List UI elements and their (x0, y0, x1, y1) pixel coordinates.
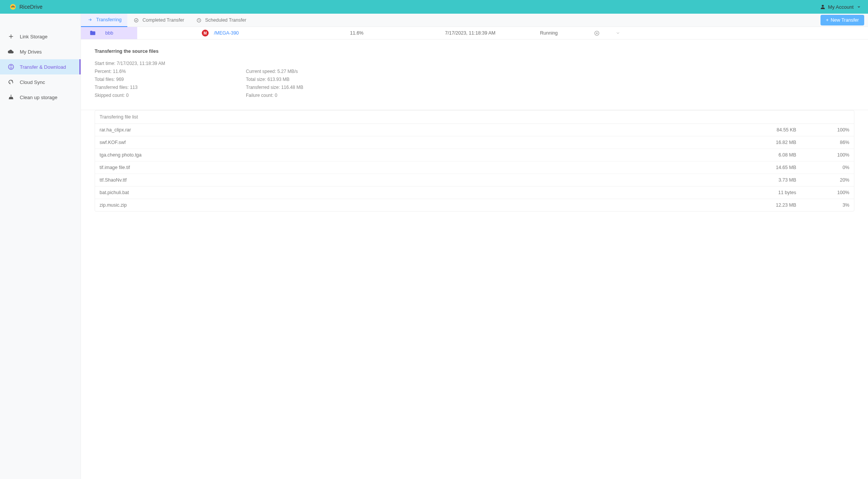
file-size: 12.23 MB (728, 202, 796, 208)
sidebar: Link Storage My Drives Transfer & Downlo… (0, 14, 81, 479)
file-size: 11 bytes (728, 190, 796, 195)
sidebar-item-label: My Drives (20, 49, 42, 55)
tab-label: Scheduled Transfer (205, 17, 246, 23)
file-row: zip.music.zip12.23 MB3% (95, 199, 854, 211)
clock-icon (196, 17, 203, 24)
detail-percent: Percent: 11.6% (95, 69, 246, 74)
file-percent: 86% (796, 140, 849, 145)
brand: RiceDrive (10, 3, 43, 10)
arrow-right-icon (87, 16, 93, 23)
brand-label: RiceDrive (19, 4, 43, 10)
detail-failure: Failure count: 0 (246, 93, 854, 98)
sidebar-item-label: Cloud Sync (20, 79, 45, 85)
button-label: New Transfer (831, 17, 859, 23)
main-panel: Transferring Completed Transfer Schedule… (81, 14, 868, 479)
detail-start-time: Start time: 7/17/2023, 11:18:39 AM (95, 61, 854, 66)
sidebar-item-cleanup[interactable]: Clean up storage (0, 90, 81, 105)
file-name: rar.ha_clipx.rar (100, 127, 728, 133)
job-actions (589, 30, 868, 36)
detail-transferred-size: Transferred size: 116.48 MB (246, 85, 854, 90)
details-title: Transferring the source files (95, 49, 854, 54)
detail-speed: Current speed: 5.27 MB/s (246, 69, 854, 74)
sidebar-item-label: Clean up storage (20, 95, 57, 100)
tab-scheduled[interactable]: Scheduled Transfer (190, 14, 252, 27)
mega-icon: M (202, 30, 209, 36)
account-menu[interactable]: My Account (819, 3, 862, 10)
job-status: Running (540, 30, 589, 36)
file-name: bat.pichuli.bat (100, 190, 728, 195)
file-row: bat.pichuli.bat11 bytes100% (95, 187, 854, 199)
job-percent: 11.6% (350, 30, 445, 36)
account-label: My Account (828, 4, 854, 10)
file-name: swf.KOF.swf (100, 140, 728, 145)
job-details: Transferring the source files Start time… (81, 40, 868, 110)
folder-icon (89, 30, 96, 36)
file-row: tif.image file.tif14.65 MB0% (95, 161, 854, 174)
svg-point-1 (12, 6, 14, 8)
broom-icon (8, 94, 14, 101)
chevron-down-icon (855, 3, 862, 10)
cancel-icon[interactable] (593, 30, 600, 36)
svg-point-3 (8, 64, 14, 70)
check-circle-icon (133, 17, 140, 24)
sidebar-item-label: Transfer & Download (20, 64, 66, 70)
file-size: 84.55 KB (728, 127, 796, 133)
svg-point-2 (822, 5, 824, 7)
file-percent: 0% (796, 165, 849, 170)
app-header: RiceDrive My Account (0, 0, 868, 14)
sidebar-item-my-drives[interactable]: My Drives (0, 44, 81, 59)
sidebar-item-cloud-sync[interactable]: Cloud Sync (0, 74, 81, 90)
job-dest: M /MEGA-390 (137, 30, 350, 36)
job-source: bbb (81, 27, 137, 39)
file-size: 16.82 MB (728, 140, 796, 145)
file-percent: 100% (796, 127, 849, 133)
file-percent: 3% (796, 202, 849, 208)
chevron-down-icon[interactable] (615, 30, 621, 36)
detail-total-files: Total files: 969 (95, 77, 246, 82)
file-row: rar.ha_clipx.rar84.55 KB100% (95, 124, 854, 136)
file-percent: 100% (796, 190, 849, 195)
file-size: 6.08 MB (728, 152, 796, 158)
tabbar: Transferring Completed Transfer Schedule… (81, 14, 868, 27)
sidebar-item-label: Link Storage (20, 34, 48, 40)
tab-label: Completed Transfer (143, 17, 184, 23)
user-icon (819, 3, 826, 10)
file-row: swf.KOF.swf16.82 MB86% (95, 136, 854, 149)
dest-path[interactable]: /MEGA-390 (214, 30, 239, 36)
detail-skipped: Skipped count: 0 (95, 93, 246, 98)
tab-completed[interactable]: Completed Transfer (127, 14, 190, 27)
file-size: 14.65 MB (728, 165, 796, 170)
job-time: 7/17/2023, 11:18:39 AM (445, 30, 540, 36)
tab-label: Transferring (96, 17, 122, 22)
sidebar-item-transfer-download[interactable]: Transfer & Download (0, 59, 81, 74)
file-name: ttf.ShaoNv.ttf (100, 177, 728, 183)
cloud-icon (8, 48, 14, 55)
file-list-header: Transfering file list (95, 111, 854, 124)
file-percent: 100% (796, 152, 849, 158)
file-size: 3.73 MB (728, 177, 796, 183)
detail-total-size: Total size: 613.93 MB (246, 77, 854, 82)
new-transfer-button[interactable]: + New Transfer (820, 15, 864, 25)
sidebar-item-link-storage[interactable]: Link Storage (0, 29, 81, 44)
file-row: tga.cheng photo.tga6.08 MB100% (95, 149, 854, 161)
file-list: Transfering file list rar.ha_clipx.rar84… (95, 110, 854, 212)
detail-transferred-files: Transferred files: 113 (95, 85, 246, 90)
plus-icon (8, 33, 14, 40)
file-percent: 20% (796, 177, 849, 183)
file-name: tga.cheng photo.tga (100, 152, 728, 158)
sync-icon (8, 79, 14, 85)
logo-icon (10, 3, 16, 10)
source-name: bbb (105, 30, 113, 36)
transfer-job-row[interactable]: bbb M /MEGA-390 11.6% 7/17/2023, 11:18:3… (81, 27, 868, 40)
file-row: ttf.ShaoNv.ttf3.73 MB20% (95, 174, 854, 187)
tab-transferring[interactable]: Transferring (81, 14, 127, 27)
file-name: tif.image file.tif (100, 165, 728, 170)
file-name: zip.music.zip (100, 202, 728, 208)
transfer-icon (8, 63, 14, 70)
plus-icon: + (826, 17, 828, 23)
svg-point-4 (135, 18, 138, 22)
